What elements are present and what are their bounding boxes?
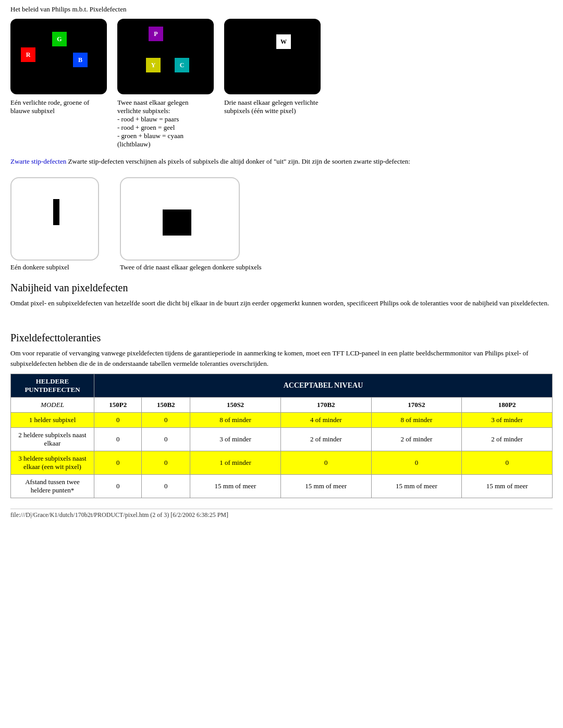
dark-caption-2: Twee of drie naast elkaar gelegen donker… <box>120 263 262 272</box>
col-model: MODEL <box>11 398 94 413</box>
tolerance-table: HELDERE PUNTDEFECTEN ACCEPTABEL NIVEAU M… <box>10 374 553 498</box>
bright-caption-2-line1: - rood + blauw = paars <box>117 115 179 123</box>
black-box-2: P Y C <box>117 19 214 94</box>
row-value-3-1: 0 <box>142 475 190 498</box>
bright-defect-image1: R G B Eén verlichte rode, groene of blau… <box>10 19 107 149</box>
row-value-0-4: 8 of minder <box>371 413 462 428</box>
black-box-1: R G B <box>10 19 107 94</box>
row-value-1-0: 0 <box>94 428 142 451</box>
row-value-2-1: 0 <box>142 451 190 475</box>
table-row: 3 heldere subpixels naast elkaar (een wi… <box>11 451 553 475</box>
row-value-2-2: 1 of minder <box>190 451 281 475</box>
pixel-c: C <box>175 58 189 72</box>
page-title: Het beleid van Philips m.b.t. Pixeldefec… <box>10 5 553 14</box>
row-label-3: Afstand tussen twee heldere punten* <box>11 475 94 498</box>
white-box-2 <box>120 177 240 261</box>
bright-caption-2-title: Twee naast elkaar gelegen verlichte subp… <box>117 98 189 115</box>
pixel-b: B <box>73 53 88 67</box>
bright-caption-3: Drie naast elkaar gelegen verlichte subp… <box>224 98 321 115</box>
table-header-row: HELDERE PUNTDEFECTEN ACCEPTABEL NIVEAU <box>11 374 553 398</box>
table-row: Afstand tussen twee heldere punten*0015 … <box>11 475 553 498</box>
row-value-1-5: 2 of minder <box>462 428 553 451</box>
dark-caption-1: Eén donkere subpixel <box>10 263 69 272</box>
nabijheid-text: Omdat pixel- en subpixeldefecten van het… <box>10 298 553 309</box>
black-box-3: W <box>224 19 321 94</box>
footer-bar: file:///D|/Grace/K1/dutch/170b2t/PRODUCT… <box>10 509 553 519</box>
row-value-1-4: 2 of minder <box>371 428 462 451</box>
row-value-0-2: 8 of minder <box>190 413 281 428</box>
col-170b2: 170B2 <box>280 398 371 413</box>
table-header-left: HELDERE PUNTDEFECTEN <box>11 374 94 398</box>
dark-pixel-single <box>53 199 59 225</box>
bright-caption-1: Eén verlichte rode, groene of blauwe sub… <box>10 98 107 115</box>
dark-defects-images: Eén donkere subpixel Twee of drie naast … <box>10 177 553 272</box>
col-150p2: 150P2 <box>94 398 142 413</box>
row-label-2: 3 heldere subpixels naast elkaar (een wi… <box>11 451 94 475</box>
row-value-1-2: 3 of minder <box>190 428 281 451</box>
row-label-0: 1 helder subpixel <box>11 413 94 428</box>
row-value-3-2: 15 mm of meer <box>190 475 281 498</box>
row-value-2-3: 0 <box>280 451 371 475</box>
row-value-0-3: 4 of minder <box>280 413 371 428</box>
table-row: 2 heldere subpixels naast elkaar003 of m… <box>11 428 553 451</box>
row-value-1-3: 2 of minder <box>280 428 371 451</box>
col-150s2: 150S2 <box>190 398 281 413</box>
zwarte-section: Zwarte stip-defecten Zwarte stip-defecte… <box>10 156 553 167</box>
pixel-r: R <box>21 47 35 62</box>
zwarte-text: Zwarte stip-defecten verschijnen als pix… <box>66 157 410 165</box>
col-180p2: 180P2 <box>462 398 553 413</box>
row-value-3-4: 15 mm of meer <box>371 475 462 498</box>
row-value-2-0: 0 <box>94 451 142 475</box>
table-row: 1 helder subpixel008 of minder4 of minde… <box>11 413 553 428</box>
col-150b2: 150B2 <box>142 398 190 413</box>
bright-defect-image2: P Y C Twee naast elkaar gelegen verlicht… <box>117 19 214 149</box>
dark-pixel-double <box>163 209 191 236</box>
white-box-1 <box>10 177 99 261</box>
bright-caption-2-line3: - groen + blauw = cyaan (lichtblauw) <box>117 132 183 148</box>
col-170s2: 170S2 <box>371 398 462 413</box>
row-value-3-0: 0 <box>94 475 142 498</box>
dark-defect-item-2: Twee of drie naast elkaar gelegen donker… <box>120 177 262 272</box>
row-value-0-0: 0 <box>94 413 142 428</box>
row-value-2-4: 0 <box>371 451 462 475</box>
bright-defect-image3: W Drie naast elkaar gelegen verlichte su… <box>224 19 321 149</box>
bright-defects-section: R G B Eén verlichte rode, groene of blau… <box>10 19 553 149</box>
dark-defect-item-1: Eén donkere subpixel <box>10 177 99 272</box>
row-value-2-5: 0 <box>462 451 553 475</box>
nabijheid-heading: Nabijheid van pixeldefecten <box>10 282 553 294</box>
row-value-1-1: 0 <box>142 428 190 451</box>
toleranties-heading: Pixeldefecttoleranties <box>10 332 553 344</box>
row-value-0-1: 0 <box>142 413 190 428</box>
bright-caption-2: Twee naast elkaar gelegen verlichte subp… <box>117 98 214 149</box>
pixel-y: Y <box>146 58 161 72</box>
row-value-0-5: 3 of minder <box>462 413 553 428</box>
row-value-3-5: 15 mm of meer <box>462 475 553 498</box>
row-label-1: 2 heldere subpixels naast elkaar <box>11 428 94 451</box>
pixel-g: G <box>52 32 67 46</box>
bright-caption-2-line2: - rood + groen = geel <box>117 124 175 131</box>
pixel-w: W <box>276 34 291 49</box>
toleranties-text: Om voor reparatie of vervanging vanwege … <box>10 348 553 368</box>
zwarte-link[interactable]: Zwarte stip-defecten <box>10 157 66 165</box>
pixel-p: P <box>149 27 163 41</box>
table-header-right: ACCEPTABEL NIVEAU <box>94 374 553 398</box>
row-value-3-3: 15 mm of meer <box>280 475 371 498</box>
table-column-headers: MODEL 150P2 150B2 150S2 170B2 170S2 180P… <box>11 398 553 413</box>
